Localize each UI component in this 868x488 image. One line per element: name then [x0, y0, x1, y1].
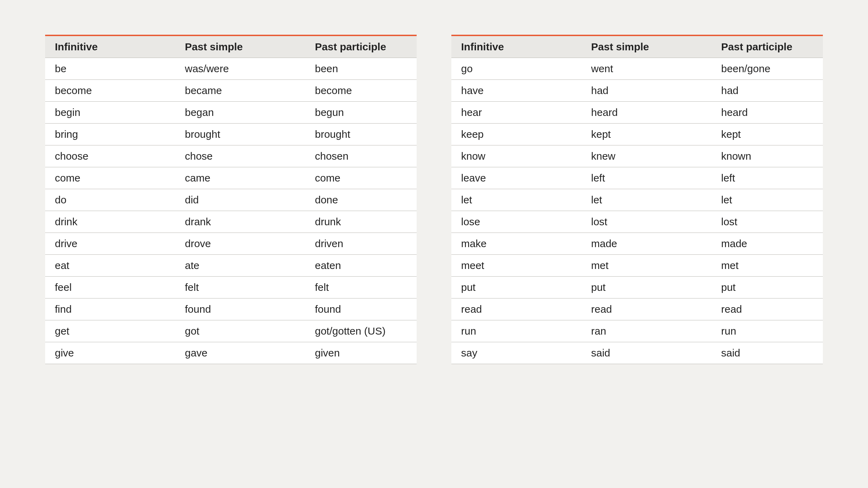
cell: chosen: [305, 145, 417, 167]
table-row: drinkdrankdrunk: [45, 211, 417, 233]
cell: make: [451, 233, 582, 255]
table-row: runranrun: [451, 320, 823, 342]
cell: kept: [582, 124, 712, 145]
cell: had: [582, 80, 712, 102]
table-row: loselostlost: [451, 211, 823, 233]
cell: eat: [45, 255, 175, 277]
col-infinitive: Infinitive: [451, 35, 582, 58]
table-row: keepkeptkept: [451, 124, 823, 145]
table-row: choosechosechosen: [45, 145, 417, 167]
cell: keep: [451, 124, 582, 145]
table-row: getgotgot/gotten (US): [45, 320, 417, 342]
cell: drank: [175, 211, 306, 233]
cell: drunk: [305, 211, 417, 233]
cell: leave: [451, 167, 582, 189]
cell: left: [582, 167, 712, 189]
table-row: feelfeltfelt: [45, 277, 417, 298]
cell: do: [45, 189, 175, 211]
cell: heard: [711, 102, 823, 124]
cell: drive: [45, 233, 175, 255]
table-row: beginbeganbegun: [45, 102, 417, 124]
table-row: havehadhad: [451, 80, 823, 102]
cell: was/were: [175, 58, 306, 80]
cell: read: [711, 298, 823, 320]
cell: drink: [45, 211, 175, 233]
table-body-right: gowentbeen/gonehavehadhadhearheardheardk…: [451, 58, 823, 364]
cell: lose: [451, 211, 582, 233]
table-row: saysaidsaid: [451, 342, 823, 364]
table-row: drivedrovedriven: [45, 233, 417, 255]
cell: become: [305, 80, 417, 102]
cell: had: [711, 80, 823, 102]
cell: begin: [45, 102, 175, 124]
table-row: givegavegiven: [45, 342, 417, 364]
cell: hear: [451, 102, 582, 124]
table-row: makemademade: [451, 233, 823, 255]
cell: run: [451, 320, 582, 342]
cell: brought: [175, 124, 306, 145]
cell: got/gotten (US): [305, 320, 417, 342]
cell: found: [175, 298, 306, 320]
table-row: putputput: [451, 277, 823, 298]
cell: met: [711, 255, 823, 277]
cell: said: [711, 342, 823, 364]
cell: known: [711, 145, 823, 167]
cell: done: [305, 189, 417, 211]
cell: put: [451, 277, 582, 298]
cell: let: [451, 189, 582, 211]
table-row: eatateeaten: [45, 255, 417, 277]
cell: choose: [45, 145, 175, 167]
table-row: dodiddone: [45, 189, 417, 211]
cell: felt: [175, 277, 306, 298]
irregular-verbs-table-right: Infinitive Past simple Past participle g…: [451, 35, 823, 364]
cell: said: [582, 342, 712, 364]
cell: be: [45, 58, 175, 80]
cell: eaten: [305, 255, 417, 277]
cell: come: [305, 167, 417, 189]
table-body-left: bewas/werebeenbecomebecamebecomebeginbeg…: [45, 58, 417, 364]
table-row: findfoundfound: [45, 298, 417, 320]
col-infinitive: Infinitive: [45, 35, 175, 58]
table-row: knowknewknown: [451, 145, 823, 167]
table-row: meetmetmet: [451, 255, 823, 277]
cell: came: [175, 167, 306, 189]
cell: read: [451, 298, 582, 320]
table-header-row: Infinitive Past simple Past participle: [451, 35, 823, 58]
cell: read: [582, 298, 712, 320]
cell: made: [582, 233, 712, 255]
col-past-participle: Past participle: [711, 35, 823, 58]
table-row: gowentbeen/gone: [451, 58, 823, 80]
cell: ate: [175, 255, 306, 277]
cell: meet: [451, 255, 582, 277]
cell: come: [45, 167, 175, 189]
cell: been/gone: [711, 58, 823, 80]
table-row: bringbroughtbrought: [45, 124, 417, 145]
cell: got: [175, 320, 306, 342]
cell: began: [175, 102, 306, 124]
cell: put: [582, 277, 712, 298]
cell: met: [582, 255, 712, 277]
cell: put: [711, 277, 823, 298]
table-row: becomebecamebecome: [45, 80, 417, 102]
cell: become: [45, 80, 175, 102]
cell: go: [451, 58, 582, 80]
col-past-participle: Past participle: [305, 35, 417, 58]
cell: lost: [711, 211, 823, 233]
cell: knew: [582, 145, 712, 167]
cell: let: [582, 189, 712, 211]
table-row: bewas/werebeen: [45, 58, 417, 80]
cell: get: [45, 320, 175, 342]
cell: know: [451, 145, 582, 167]
cell: drove: [175, 233, 306, 255]
table-header-row: Infinitive Past simple Past participle: [45, 35, 417, 58]
cell: have: [451, 80, 582, 102]
cell: became: [175, 80, 306, 102]
table-row: readreadread: [451, 298, 823, 320]
cell: chose: [175, 145, 306, 167]
cell: brought: [305, 124, 417, 145]
cell: let: [711, 189, 823, 211]
cell: feel: [45, 277, 175, 298]
cell: driven: [305, 233, 417, 255]
cell: gave: [175, 342, 306, 364]
cell: ran: [582, 320, 712, 342]
